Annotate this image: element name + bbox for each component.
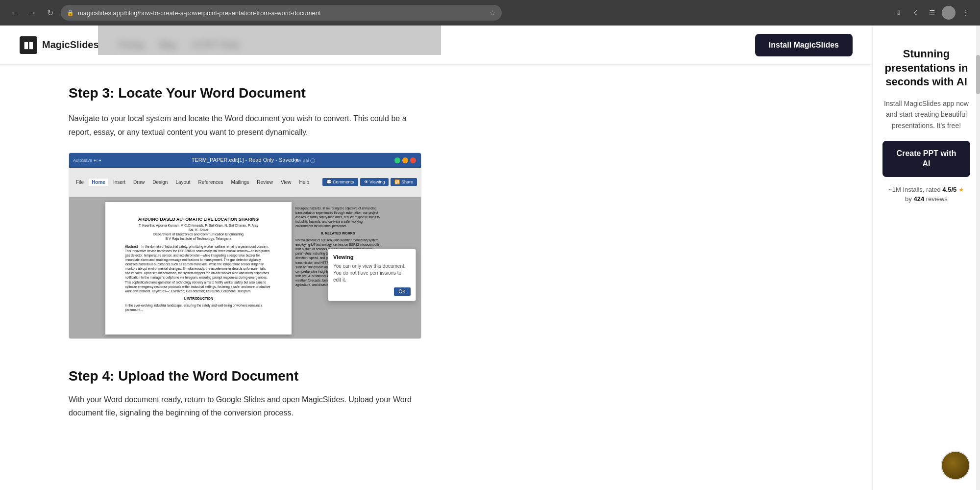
related-works-heading: II. RELATED WORKS bbox=[295, 231, 381, 236]
rating-value: 4.5/5 bbox=[942, 186, 956, 193]
site-nav: Pricing Blog AI PPT Tools bbox=[119, 40, 240, 50]
ribbon-mailings[interactable]: Mailings bbox=[228, 179, 252, 186]
word-ribbon: File Home Insert Draw Design Layout Refe… bbox=[69, 168, 421, 197]
sidebar-toggle-icon[interactable]: ☰ bbox=[925, 6, 939, 20]
viewing-popup-title: Viewing bbox=[333, 254, 411, 260]
nav-pricing[interactable]: Pricing bbox=[119, 40, 144, 50]
step4-description: With your Word document ready, return to… bbox=[69, 393, 421, 419]
comments-button[interactable]: 💬 Comments bbox=[322, 178, 358, 186]
browser-chrome: ← → ↻ 🔒 magicslides.app/blog/how-to-crea… bbox=[0, 0, 980, 26]
ribbon-review[interactable]: Review bbox=[254, 179, 276, 186]
ribbon-design[interactable]: Design bbox=[149, 179, 171, 186]
more-options-icon[interactable]: ⋮ bbox=[958, 6, 972, 20]
profile-menu-icon[interactable] bbox=[942, 6, 956, 20]
nav-blog[interactable]: Blog bbox=[160, 40, 176, 50]
ribbon-references[interactable]: References bbox=[195, 179, 226, 186]
viewing-button[interactable]: 👁 Viewing bbox=[360, 178, 389, 186]
sidebar-description: Install MagicSlides app now and start cr… bbox=[882, 98, 970, 131]
word-page-body: Abstract – In the domain of industrial s… bbox=[125, 244, 272, 312]
ribbon-layout[interactable]: Layout bbox=[172, 179, 193, 186]
word-minimize-btn[interactable] bbox=[394, 157, 400, 163]
share-button[interactable]: 🔁 Share bbox=[391, 178, 417, 186]
sidebar-heading: Stunning presentations in seconds with A… bbox=[882, 47, 970, 89]
avatar-image bbox=[942, 452, 969, 479]
viewing-popup: Viewing You can only view this document.… bbox=[328, 249, 416, 301]
word-intro-section: I. INTRODUCTION bbox=[125, 296, 272, 301]
word-page: ARDUINO BASED AUTOMATIC LIVE LOCATION SH… bbox=[105, 202, 292, 335]
reviews-prefix: by bbox=[905, 195, 912, 203]
viewing-popup-body: You can only view this document. You do … bbox=[333, 263, 411, 284]
installs-text: ~1M Installs, rated bbox=[888, 186, 941, 193]
sidebar-card: Stunning presentations in seconds with A… bbox=[873, 35, 980, 216]
logo-text: MagicSlides bbox=[42, 39, 99, 51]
create-ppt-button[interactable]: Create PPT with AI bbox=[882, 141, 970, 177]
word-document-screenshot: AutoSave ●○● TERM_PAPER.edit[1] - Read O… bbox=[69, 153, 421, 339]
bookmark-icon[interactable]: ☆ bbox=[490, 9, 496, 17]
site-header: ▮▮ MagicSlides Pricing Blog AI PPT Tools… bbox=[0, 26, 872, 65]
ribbon-help[interactable]: Help bbox=[296, 179, 313, 186]
word-doc-title: TERM_PAPER.edit[1] - Read Only - Saved ▾ bbox=[192, 157, 299, 163]
star-icon: ★ bbox=[958, 186, 964, 193]
scrollbar-thumb[interactable] bbox=[976, 55, 980, 94]
reviews-suffix: reviews bbox=[926, 195, 948, 203]
nav-ai-ppt-tools[interactable]: AI PPT Tools bbox=[192, 40, 240, 50]
profile-avatar bbox=[942, 6, 956, 20]
back-button[interactable]: ← bbox=[8, 6, 22, 20]
forward-button[interactable]: → bbox=[25, 6, 39, 20]
address-bar[interactable]: 🔒 magicslides.app/blog/how-to-create-a-p… bbox=[61, 5, 502, 21]
ribbon-insert[interactable]: Insert bbox=[110, 179, 128, 186]
main-content: ▮▮ MagicSlides Pricing Blog AI PPT Tools… bbox=[0, 26, 872, 490]
avatar-bottom-right[interactable] bbox=[941, 451, 970, 480]
logo-icon: ▮▮ bbox=[20, 36, 37, 54]
logo-area[interactable]: ▮▮ MagicSlides bbox=[20, 36, 99, 54]
word-body: ARDUINO BASED AUTOMATIC LIVE LOCATION SH… bbox=[69, 197, 421, 339]
ribbon-draw[interactable]: Draw bbox=[130, 179, 147, 186]
lock-icon: 🔒 bbox=[67, 9, 74, 16]
word-page-subtitle2: Sai, K. Srikar bbox=[125, 228, 272, 232]
article-area: Step 3: Locate Your Word Document Naviga… bbox=[0, 65, 539, 439]
word-page-subtitle4: B V Raju Institute of Technology, Telang… bbox=[125, 237, 272, 240]
download-icon[interactable]: ⇓ bbox=[892, 6, 906, 20]
word-maximize-btn[interactable] bbox=[402, 157, 408, 163]
word-close-btn[interactable] bbox=[410, 157, 416, 163]
extensions-icon[interactable]: ☇ bbox=[908, 6, 922, 20]
install-button[interactable]: Install MagicSlides bbox=[755, 34, 853, 56]
word-page-subtitle3: Department of Electronics and Communicat… bbox=[125, 232, 272, 236]
page-wrapper: ▮▮ MagicSlides Pricing Blog AI PPT Tools… bbox=[0, 26, 980, 490]
word-titlebar: AutoSave ●○● TERM_PAPER.edit[1] - Read O… bbox=[69, 153, 421, 168]
step3-heading: Step 3: Locate Your Word Document bbox=[69, 84, 510, 102]
ribbon-home[interactable]: Home bbox=[89, 179, 108, 186]
scrollbar-track bbox=[976, 26, 980, 490]
viewing-popup-ok-button[interactable]: OK bbox=[394, 287, 411, 296]
ribbon-file[interactable]: File bbox=[73, 179, 87, 186]
url-text: magicslides.app/blog/how-to-create-a-pow… bbox=[78, 9, 486, 17]
reviews-count: 424 bbox=[913, 195, 924, 203]
word-page-subtitle1: T. Keertha, Apurva Kumari, M.C.Chinnaish… bbox=[125, 224, 272, 227]
step4-heading: Step 4: Upload the Word Document bbox=[69, 368, 510, 384]
step3-description: Navigate to your local system and locate… bbox=[69, 112, 421, 138]
ribbon-view[interactable]: View bbox=[278, 179, 294, 186]
word-page-title: ARDUINO BASED AUTOMATIC LIVE LOCATION SH… bbox=[125, 217, 272, 222]
refresh-button[interactable]: ↻ bbox=[43, 6, 57, 20]
browser-actions: ⇓ ☇ ☰ ⋮ bbox=[892, 6, 972, 20]
header-overlay-area: ▮▮ MagicSlides Pricing Blog AI PPT Tools… bbox=[0, 26, 872, 65]
rating-area: ~1M Installs, rated 4.5/5 ★ by 424 revie… bbox=[882, 185, 970, 204]
sidebar-right: Stunning presentations in seconds with A… bbox=[872, 26, 980, 490]
